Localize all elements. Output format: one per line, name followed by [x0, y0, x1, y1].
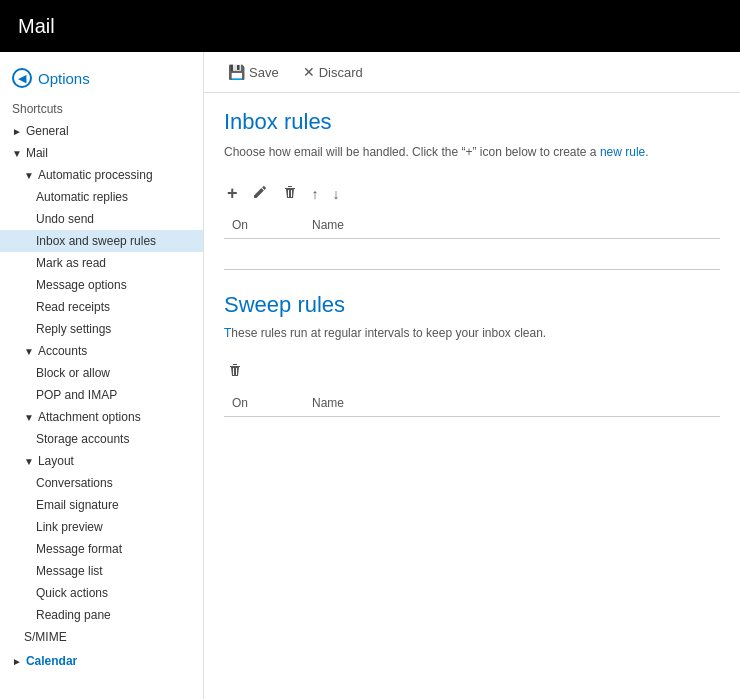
- chevron-down-icon: ▼: [24, 170, 34, 181]
- sidebar-item-undo-send[interactable]: Undo send: [0, 208, 203, 230]
- inbox-rules-actions: + ↑: [224, 175, 720, 212]
- sidebar-item-general[interactable]: ► General: [0, 120, 203, 142]
- sweep-rules-description: These rules run at regular intervals to …: [224, 326, 720, 340]
- sweep-rules-title: Sweep rules: [224, 292, 720, 318]
- sidebar-item-label: Message options: [36, 278, 127, 292]
- sweep-rules-table: On Name: [224, 390, 720, 417]
- sidebar-item-label: Message format: [36, 542, 122, 556]
- sidebar-item-label: Message list: [36, 564, 103, 578]
- sidebar-item-label: Storage accounts: [36, 432, 129, 446]
- move-down-button[interactable]: ↓: [330, 184, 343, 204]
- options-label: Options: [38, 70, 90, 87]
- sidebar-item-reading-pane[interactable]: Reading pane: [0, 604, 203, 626]
- inbox-rules-description: Choose how email will be handled. Click …: [224, 143, 720, 161]
- sidebar-item-label: Mark as read: [36, 256, 106, 270]
- sidebar-item-layout[interactable]: ▼ Layout: [0, 450, 203, 472]
- toolbar: 💾 Save ✕ Discard: [204, 52, 740, 93]
- delete-icon: [282, 184, 298, 204]
- sidebar-item-smime[interactable]: S/MIME: [0, 626, 203, 648]
- col-header-on: On: [224, 212, 304, 239]
- sidebar-item-conversations[interactable]: Conversations: [0, 472, 203, 494]
- sidebar-item-mark-as-read[interactable]: Mark as read: [0, 252, 203, 274]
- sweep-col-header-name: Name: [304, 390, 720, 417]
- sweep-rules-actions: [224, 354, 720, 390]
- inbox-rules-section: Inbox rules Choose how email will be han…: [204, 93, 740, 259]
- sidebar: ◀ Options Shortcuts ► General ▼ Mail ▼ A…: [0, 52, 204, 699]
- sidebar-item-storage-accounts[interactable]: Storage accounts: [0, 428, 203, 450]
- chevron-down-icon: ▼: [12, 148, 22, 159]
- discard-label: Discard: [319, 65, 363, 80]
- options-link[interactable]: ◀ Options: [0, 62, 203, 98]
- discard-icon: ✕: [303, 64, 315, 80]
- up-arrow-icon: ↑: [312, 186, 319, 202]
- sidebar-item-label: Email signature: [36, 498, 119, 512]
- sweep-rules-section: Sweep rules These rules run at regular i…: [204, 280, 740, 437]
- sidebar-item-attachment-options[interactable]: ▼ Attachment options: [0, 406, 203, 428]
- sidebar-item-reply-settings[interactable]: Reply settings: [0, 318, 203, 340]
- chevron-down-icon: ▼: [24, 346, 34, 357]
- chevron-right-icon: ►: [12, 126, 22, 137]
- sidebar-item-label: General: [26, 124, 69, 138]
- sidebar-item-label: S/MIME: [24, 630, 67, 644]
- sweep-col-header-on: On: [224, 390, 304, 417]
- sidebar-item-message-options[interactable]: Message options: [0, 274, 203, 296]
- sidebar-item-label: Conversations: [36, 476, 113, 490]
- save-label: Save: [249, 65, 279, 80]
- sidebar-item-label: Automatic replies: [36, 190, 128, 204]
- delete-rule-button[interactable]: [279, 182, 301, 206]
- edit-rule-button[interactable]: [249, 182, 271, 206]
- inbox-rules-title: Inbox rules: [224, 109, 720, 135]
- sidebar-item-label: Mail: [26, 146, 48, 160]
- back-icon: ◀: [12, 68, 32, 88]
- move-up-button[interactable]: ↑: [309, 184, 322, 204]
- sidebar-item-shortcuts[interactable]: Shortcuts: [0, 98, 203, 120]
- sidebar-item-email-signature[interactable]: Email signature: [0, 494, 203, 516]
- add-rule-button[interactable]: +: [224, 181, 241, 206]
- chevron-down-icon: ▼: [24, 412, 34, 423]
- sidebar-item-pop-and-imap[interactable]: POP and IMAP: [0, 384, 203, 406]
- sidebar-item-accounts[interactable]: ▼ Accounts: [0, 340, 203, 362]
- sidebar-item-link-preview[interactable]: Link preview: [0, 516, 203, 538]
- save-button[interactable]: 💾 Save: [224, 62, 283, 82]
- sidebar-item-message-list[interactable]: Message list: [0, 560, 203, 582]
- sidebar-item-automatic-processing[interactable]: ▼ Automatic processing: [0, 164, 203, 186]
- new-rule-link[interactable]: new rule: [600, 145, 645, 159]
- sidebar-item-label: Shortcuts: [12, 102, 63, 116]
- col-header-name: Name: [304, 212, 720, 239]
- sidebar-item-label: Read receipts: [36, 300, 110, 314]
- add-icon: +: [227, 183, 238, 204]
- sidebar-item-label: Reply settings: [36, 322, 111, 336]
- main-content: 💾 Save ✕ Discard Inbox rules Choose how …: [204, 52, 740, 699]
- sidebar-item-label: Attachment options: [38, 410, 141, 424]
- sidebar-item-label: Layout: [38, 454, 74, 468]
- app-title: Mail: [18, 15, 55, 38]
- sidebar-item-message-format[interactable]: Message format: [0, 538, 203, 560]
- edit-icon: [252, 184, 268, 204]
- sidebar-item-label: Inbox and sweep rules: [36, 234, 156, 248]
- delete-sweep-rule-button[interactable]: [224, 360, 246, 384]
- save-icon: 💾: [228, 64, 245, 80]
- sidebar-item-calendar[interactable]: ► Calendar: [0, 650, 203, 672]
- down-arrow-icon: ↓: [333, 186, 340, 202]
- sidebar-item-label: Quick actions: [36, 586, 108, 600]
- sidebar-item-label: Link preview: [36, 520, 103, 534]
- sidebar-item-inbox-sweep-rules[interactable]: Inbox and sweep rules: [0, 230, 203, 252]
- app-header: Mail: [0, 0, 740, 52]
- sidebar-item-label: Undo send: [36, 212, 94, 226]
- sidebar-item-automatic-replies[interactable]: Automatic replies: [0, 186, 203, 208]
- sidebar-item-read-receipts[interactable]: Read receipts: [0, 296, 203, 318]
- sidebar-item-quick-actions[interactable]: Quick actions: [0, 582, 203, 604]
- sidebar-item-label: POP and IMAP: [36, 388, 117, 402]
- chevron-right-icon: ►: [12, 656, 22, 667]
- sidebar-item-label: Block or allow: [36, 366, 110, 380]
- discard-button[interactable]: ✕ Discard: [299, 62, 367, 82]
- sidebar-item-label: Reading pane: [36, 608, 111, 622]
- sidebar-item-label: Calendar: [26, 654, 77, 668]
- sidebar-item-mail[interactable]: ▼ Mail: [0, 142, 203, 164]
- section-divider: [224, 269, 720, 270]
- sidebar-item-block-or-allow[interactable]: Block or allow: [0, 362, 203, 384]
- inbox-rules-table: On Name: [224, 212, 720, 239]
- chevron-down-icon: ▼: [24, 456, 34, 467]
- sidebar-item-label: Accounts: [38, 344, 87, 358]
- delete-sweep-icon: [227, 362, 243, 382]
